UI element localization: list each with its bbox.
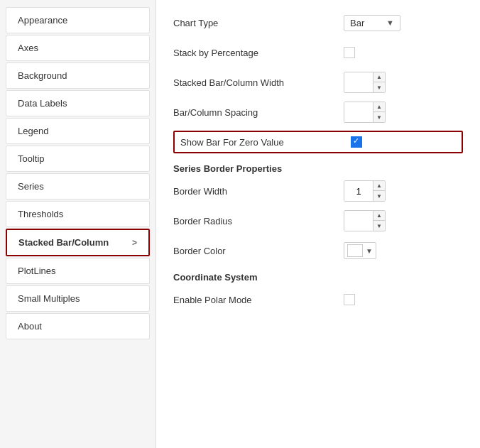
border-width-label: Border Width xyxy=(173,186,344,197)
stacked-bar-width-increment[interactable]: ▲ xyxy=(373,72,385,82)
chart-type-row: Chart Type Bar ▼ xyxy=(173,11,463,34)
sidebar: AppearanceAxesBackgroundData LabelsLegen… xyxy=(0,0,156,448)
sidebar-item-data-labels[interactable]: Data Labels xyxy=(6,90,150,116)
sidebar-item-axes[interactable]: Axes xyxy=(6,35,150,61)
sidebar-item-label: Data Labels xyxy=(18,98,67,109)
chart-type-value: Bar xyxy=(350,18,381,28)
border-width-control: ▲ ▼ xyxy=(344,180,386,202)
stack-by-percentage-checkbox[interactable] xyxy=(344,47,355,58)
sidebar-item-thresholds[interactable]: Thresholds xyxy=(6,201,150,227)
border-color-control: ▼ xyxy=(344,242,376,259)
sidebar-item-label: Appearance xyxy=(18,15,67,26)
bar-column-spacing-increment[interactable]: ▲ xyxy=(373,102,385,112)
enable-polar-mode-label: Enable Polar Mode xyxy=(173,295,344,305)
chevron-down-icon: ▼ xyxy=(366,247,373,255)
sidebar-item-series[interactable]: Series xyxy=(6,173,150,200)
bar-column-spacing-spinner-buttons: ▲ ▼ xyxy=(373,102,385,122)
enable-polar-mode-row: Enable Polar Mode xyxy=(173,288,463,311)
border-width-input[interactable] xyxy=(344,181,373,201)
sidebar-item-label: About xyxy=(18,321,42,332)
stack-by-percentage-row: Stack by Percentage xyxy=(173,41,463,64)
sidebar-item-label: Series xyxy=(18,181,44,192)
bar-column-spacing-row: Bar/Column Spacing ▲ ▼ xyxy=(173,101,463,124)
border-width-spinner: ▲ ▼ xyxy=(344,180,386,202)
stacked-bar-width-decrement[interactable]: ▼ xyxy=(373,82,385,92)
stacked-bar-width-spinner: ▲ ▼ xyxy=(344,72,386,93)
sidebar-item-label: Background xyxy=(18,70,67,81)
bar-column-spacing-spinner: ▲ ▼ xyxy=(344,102,386,123)
border-radius-increment[interactable]: ▲ xyxy=(373,211,385,221)
border-width-row: Border Width ▲ ▼ xyxy=(173,180,463,202)
chevron-down-icon: ▼ xyxy=(386,18,394,27)
sidebar-item-stacked-bar-column[interactable]: Stacked Bar/Column> xyxy=(6,229,150,256)
enable-polar-mode-checkbox[interactable] xyxy=(344,294,355,305)
chevron-right-icon: > xyxy=(132,238,137,248)
stacked-bar-width-label: Stacked Bar/Column Width xyxy=(173,77,344,88)
border-color-picker[interactable]: ▼ xyxy=(344,242,376,259)
stack-by-percentage-control xyxy=(344,47,355,58)
sidebar-item-about[interactable]: About xyxy=(6,313,150,339)
bar-column-spacing-control: ▲ ▼ xyxy=(344,102,386,123)
bar-column-spacing-decrement[interactable]: ▼ xyxy=(373,112,385,122)
sidebar-item-background[interactable]: Background xyxy=(6,62,150,89)
border-color-label: Border Color xyxy=(173,246,344,256)
border-width-spinner-buttons: ▲ ▼ xyxy=(373,181,385,201)
sidebar-item-label: Stacked Bar/Column xyxy=(18,237,109,248)
coordinate-system-header: Coordinate System xyxy=(173,272,463,283)
show-bar-zero-control xyxy=(351,136,362,148)
main-content: Chart Type Bar ▼ Stack by Percentage Sta… xyxy=(156,0,480,448)
sidebar-item-label: Legend xyxy=(18,126,48,136)
border-width-increment[interactable]: ▲ xyxy=(373,181,385,191)
stacked-bar-width-spinner-buttons: ▲ ▼ xyxy=(373,72,385,92)
bar-column-spacing-input[interactable] xyxy=(344,102,373,122)
show-bar-zero-checkbox[interactable] xyxy=(351,136,362,148)
stacked-bar-width-row: Stacked Bar/Column Width ▲ ▼ xyxy=(173,71,463,94)
sidebar-item-label: Thresholds xyxy=(18,209,63,219)
bar-column-spacing-label: Bar/Column Spacing xyxy=(173,107,344,118)
enable-polar-mode-control xyxy=(344,294,355,305)
show-bar-zero-label: Show Bar For Zero Value xyxy=(180,137,351,148)
chart-type-select[interactable]: Bar ▼ xyxy=(344,15,400,31)
border-radius-decrement[interactable]: ▼ xyxy=(373,221,385,231)
border-radius-spinner: ▲ ▼ xyxy=(344,210,386,231)
sidebar-item-plot-lines[interactable]: PlotLines xyxy=(6,258,150,284)
border-radius-control: ▲ ▼ xyxy=(344,210,386,231)
border-radius-input[interactable] xyxy=(344,211,373,231)
chart-type-label: Chart Type xyxy=(173,18,344,28)
stacked-bar-width-control: ▲ ▼ xyxy=(344,72,386,93)
chart-type-control: Bar ▼ xyxy=(344,15,400,31)
sidebar-item-tooltip[interactable]: Tooltip xyxy=(6,146,150,172)
sidebar-item-label: Small Multiples xyxy=(18,293,80,304)
sidebar-item-label: Axes xyxy=(18,43,38,53)
border-width-decrement[interactable]: ▼ xyxy=(373,191,385,201)
sidebar-item-appearance[interactable]: Appearance xyxy=(6,7,150,33)
stack-by-percentage-label: Stack by Percentage xyxy=(173,48,344,58)
border-color-swatch xyxy=(347,244,363,257)
sidebar-item-label: PlotLines xyxy=(18,266,55,276)
series-border-header: Series Border Properties xyxy=(173,163,463,174)
sidebar-item-small-multiples[interactable]: Small Multiples xyxy=(6,285,150,312)
border-color-row: Border Color ▼ xyxy=(173,239,463,262)
show-bar-zero-row: Show Bar For Zero Value xyxy=(173,131,463,153)
sidebar-item-legend[interactable]: Legend xyxy=(6,118,150,144)
sidebar-item-label: Tooltip xyxy=(18,153,45,164)
border-radius-label: Border Radius xyxy=(173,216,344,226)
border-radius-spinner-buttons: ▲ ▼ xyxy=(373,211,385,231)
border-radius-row: Border Radius ▲ ▼ xyxy=(173,209,463,232)
stacked-bar-width-input[interactable] xyxy=(344,72,373,92)
